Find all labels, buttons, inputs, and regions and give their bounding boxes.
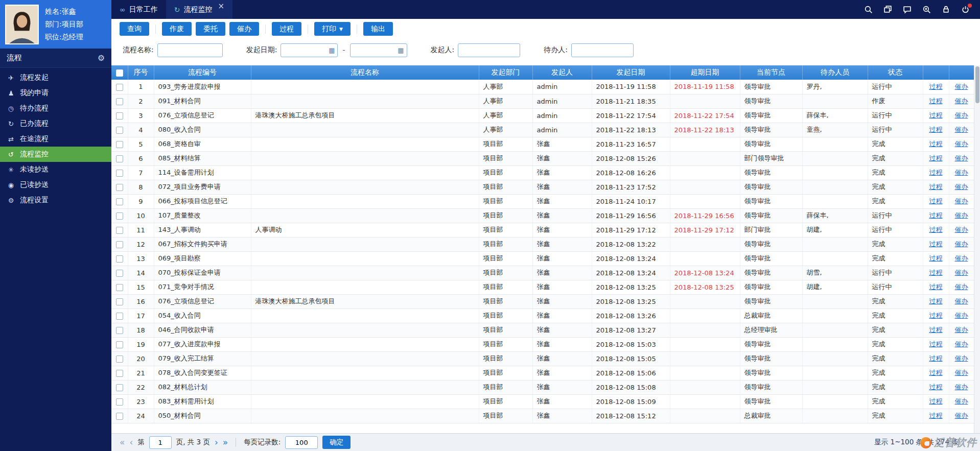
urge-link[interactable]: 催办 [955,312,968,319]
process-link[interactable]: 过程 [929,154,943,162]
row-checkbox[interactable] [116,155,123,162]
process-link[interactable]: 过程 [929,254,943,262]
row-checkbox[interactable] [116,413,123,420]
row-checkbox[interactable] [116,327,123,334]
row-checkbox[interactable] [116,370,123,377]
process-link[interactable]: 过程 [929,97,943,105]
row-checkbox[interactable] [116,227,123,234]
row-checkbox[interactable] [116,284,123,291]
row-checkbox[interactable] [116,141,123,148]
lock-icon[interactable] [942,5,950,14]
process-link[interactable]: 过程 [929,211,943,219]
output-button[interactable]: 输出 [363,22,393,36]
zoom-icon[interactable] [922,5,931,14]
process-link[interactable]: 过程 [929,226,943,233]
urge-link[interactable]: 催办 [955,183,968,191]
row-checkbox[interactable] [116,313,123,320]
process-link[interactable]: 过程 [929,383,943,391]
row-checkbox[interactable] [116,398,123,406]
calendar-icon[interactable]: ▦ [398,46,404,54]
process-button[interactable]: 过程 [272,22,301,36]
urge-link[interactable]: 催办 [955,369,968,376]
process-link[interactable]: 过程 [929,240,943,248]
urge-link[interactable]: 催办 [955,254,968,262]
query-button[interactable]: 查询 [120,22,149,36]
urge-link[interactable]: 催办 [955,297,968,305]
urge-link[interactable]: 催办 [955,169,968,176]
process-link[interactable]: 过程 [929,412,943,419]
row-checkbox[interactable] [116,98,123,105]
process-link[interactable]: 过程 [929,283,943,291]
urge-link[interactable]: 催办 [955,326,968,334]
search-icon[interactable] [864,5,873,14]
row-checkbox[interactable] [116,84,123,91]
select-all-checkbox[interactable] [116,69,123,77]
prev-page-button[interactable]: ‹ [129,438,133,447]
sidebar-item-in-transit[interactable]: ⇄在途流程 [0,131,111,147]
sidebar-item-my-applications[interactable]: ♟我的申请 [0,85,111,101]
print-button[interactable]: 打印 ▼ [314,22,351,36]
urge-link[interactable]: 催办 [955,240,968,248]
urge-link[interactable]: 催办 [955,126,968,133]
tab-process-monitor[interactable]: ↻ 流程监控 × [166,0,232,19]
process-link[interactable]: 过程 [929,312,943,319]
first-page-button[interactable]: « [120,438,125,447]
process-link[interactable]: 过程 [929,197,943,205]
calendar-icon[interactable]: ▦ [329,46,335,54]
process-link[interactable]: 过程 [929,340,943,348]
assignee-input[interactable] [571,43,634,57]
sidebar-item-completed[interactable]: ↻已办流程 [0,116,111,131]
sidebar-item-pending[interactable]: ◷待办流程 [0,101,111,116]
urge-link[interactable]: 催办 [955,140,968,148]
per-page-input[interactable] [285,436,318,449]
row-checkbox[interactable] [116,184,123,191]
row-checkbox[interactable] [116,255,123,263]
process-link[interactable]: 过程 [929,126,943,133]
sidebar-item-monitor[interactable]: ↺流程监控 [0,147,111,162]
scrollbar-thumb[interactable] [975,66,979,103]
row-checkbox[interactable] [116,170,123,177]
confirm-button[interactable]: 确定 [322,436,351,449]
urge-link[interactable]: 催办 [955,383,968,391]
process-link[interactable]: 过程 [929,326,943,334]
next-page-button[interactable]: › [215,438,218,447]
urge-link[interactable]: 催办 [955,197,968,205]
process-link[interactable]: 过程 [929,183,943,191]
row-checkbox[interactable] [116,355,123,363]
process-link[interactable]: 过程 [929,369,943,376]
row-checkbox[interactable] [116,112,123,120]
sidebar-item-settings[interactable]: ⚙流程设置 [0,193,111,208]
process-link[interactable]: 过程 [929,111,943,119]
sidebar-item-unread-cc[interactable]: ✳未读抄送 [0,162,111,177]
process-link[interactable]: 过程 [929,83,943,90]
row-checkbox[interactable] [116,270,123,277]
urge-link[interactable]: 催办 [955,269,968,276]
row-checkbox[interactable] [116,198,123,205]
process-link[interactable]: 过程 [929,169,943,176]
urge-button[interactable]: 催办 [229,22,259,36]
void-button[interactable]: 作废 [162,22,192,36]
initiator-input[interactable] [458,43,520,57]
urge-link[interactable]: 催办 [955,412,968,419]
tab-daily-work[interactable]: ∞ 日常工作 [111,0,166,19]
gear-icon[interactable]: ⚙ [98,53,105,63]
delegate-button[interactable]: 委托 [196,22,225,36]
row-checkbox[interactable] [116,241,123,248]
page-number-input[interactable] [149,436,172,449]
urge-link[interactable]: 催办 [955,340,968,348]
process-link[interactable]: 过程 [929,269,943,276]
process-name-input[interactable] [157,43,223,57]
urge-link[interactable]: 催办 [955,111,968,119]
row-checkbox[interactable] [116,298,123,305]
process-link[interactable]: 过程 [929,354,943,362]
row-checkbox[interactable] [116,212,123,220]
process-link[interactable]: 过程 [929,297,943,305]
last-page-button[interactable]: » [223,438,228,447]
urge-link[interactable]: 催办 [955,83,968,90]
urge-link[interactable]: 催办 [955,211,968,219]
vertical-scrollbar[interactable] [974,65,980,433]
urge-link[interactable]: 催办 [955,97,968,105]
sidebar-item-read-cc[interactable]: ◉已读抄送 [0,177,111,193]
message-icon[interactable] [903,5,912,14]
urge-link[interactable]: 催办 [955,283,968,291]
